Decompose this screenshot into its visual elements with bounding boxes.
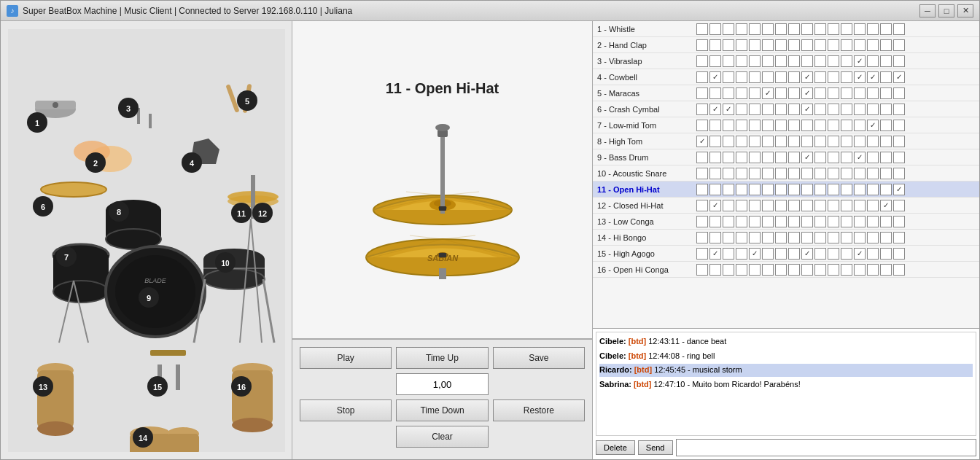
beat-cb-3-12[interactable]	[854, 55, 866, 67]
beat-cb-11-12[interactable]	[854, 184, 866, 195]
beat-cb-3-0[interactable]	[696, 55, 708, 67]
beat-cb-14-7[interactable]	[788, 232, 800, 243]
beat-cb-7-12[interactable]	[854, 120, 866, 131]
beat-cb-10-15[interactable]	[893, 168, 905, 179]
beat-cb-1-2[interactable]	[723, 23, 734, 35]
beat-cb-15-4[interactable]	[749, 248, 761, 260]
beat-cb-12-11[interactable]	[841, 200, 852, 211]
beat-cb-8-0[interactable]	[696, 136, 708, 147]
beat-cb-5-12[interactable]	[854, 87, 866, 99]
beat-cb-2-8[interactable]	[801, 39, 813, 51]
beat-cb-14-14[interactable]	[880, 232, 892, 243]
beat-cb-1-11[interactable]	[841, 23, 852, 35]
beat-cb-4-9[interactable]	[814, 71, 826, 83]
beat-cb-4-8[interactable]	[801, 71, 813, 83]
beat-cb-12-13[interactable]	[867, 200, 879, 211]
beat-cb-10-4[interactable]	[749, 168, 761, 179]
beat-cb-8-2[interactable]	[723, 136, 734, 147]
beat-cb-10-7[interactable]	[788, 168, 800, 179]
instrument-row-8[interactable]: 8 - High Tom	[593, 133, 979, 149]
beat-cb-13-12[interactable]	[854, 216, 866, 227]
beat-cb-10-11[interactable]	[841, 168, 852, 179]
beat-cb-16-15[interactable]	[893, 264, 905, 276]
beat-cb-1-12[interactable]	[854, 23, 866, 35]
beat-cb-5-4[interactable]	[749, 87, 761, 99]
beat-cb-12-4[interactable]	[749, 200, 761, 211]
beat-cb-4-4[interactable]	[749, 71, 761, 83]
beat-cb-14-8[interactable]	[801, 232, 813, 243]
beat-cb-5-1[interactable]	[709, 87, 721, 99]
beat-cb-10-1[interactable]	[709, 168, 721, 179]
beat-cb-16-1[interactable]	[709, 264, 721, 276]
beat-cb-14-10[interactable]	[828, 232, 839, 243]
beat-cb-10-5[interactable]	[762, 168, 774, 179]
beat-cb-10-6[interactable]	[775, 168, 787, 179]
beat-cb-1-15[interactable]	[893, 23, 905, 35]
beat-cb-5-9[interactable]	[814, 87, 826, 99]
beat-cb-4-3[interactable]	[736, 71, 747, 83]
beat-cb-8-3[interactable]	[736, 136, 747, 147]
beat-cb-14-3[interactable]	[736, 232, 747, 243]
beat-cb-4-10[interactable]	[828, 71, 839, 83]
beat-cb-5-15[interactable]	[893, 87, 905, 99]
beat-cb-14-11[interactable]	[841, 232, 852, 243]
beat-cb-5-0[interactable]	[696, 87, 708, 99]
beat-cb-15-15[interactable]	[893, 248, 905, 260]
beat-cb-9-10[interactable]	[828, 152, 839, 163]
beat-cb-12-14[interactable]	[880, 200, 892, 211]
beat-cb-15-10[interactable]	[828, 248, 839, 260]
beat-cb-8-10[interactable]	[828, 136, 839, 147]
beat-cb-5-11[interactable]	[841, 87, 852, 99]
beat-cb-14-13[interactable]	[867, 232, 879, 243]
beat-cb-6-6[interactable]	[775, 104, 787, 115]
beat-cb-6-3[interactable]	[736, 104, 747, 115]
beat-cb-10-12[interactable]	[854, 168, 866, 179]
instrument-row-16[interactable]: 16 - Open Hi Conga	[593, 262, 979, 278]
beat-cb-11-5[interactable]	[762, 184, 774, 195]
beat-cb-5-10[interactable]	[828, 87, 839, 99]
beat-cb-2-15[interactable]	[893, 39, 905, 51]
beat-cb-3-13[interactable]	[867, 55, 879, 67]
beat-cb-3-9[interactable]	[814, 55, 826, 67]
beat-cb-11-4[interactable]	[749, 184, 761, 195]
beat-cb-15-12[interactable]	[854, 248, 866, 260]
beat-cb-13-8[interactable]	[801, 216, 813, 227]
beat-cb-10-0[interactable]	[696, 168, 708, 179]
beat-cb-14-15[interactable]	[893, 232, 905, 243]
beat-cb-9-4[interactable]	[749, 152, 761, 163]
beat-cb-2-3[interactable]	[736, 39, 747, 51]
instrument-row-2[interactable]: 2 - Hand Clap	[593, 37, 979, 53]
play-button[interactable]: Play	[300, 347, 392, 369]
beat-cb-1-6[interactable]	[775, 23, 787, 35]
beat-cb-15-5[interactable]	[762, 248, 774, 260]
beat-cb-15-6[interactable]	[775, 248, 787, 260]
beat-cb-7-4[interactable]	[749, 120, 761, 131]
beat-cb-16-5[interactable]	[762, 264, 774, 276]
beat-cb-11-6[interactable]	[775, 184, 787, 195]
beat-cb-3-7[interactable]	[788, 55, 800, 67]
instrument-row-11[interactable]: 11 - Open Hi-Hat	[593, 182, 979, 198]
beat-cb-5-3[interactable]	[736, 87, 747, 99]
beat-cb-4-14[interactable]	[880, 71, 892, 83]
instrument-row-9[interactable]: 9 - Bass Drum	[593, 149, 979, 165]
beat-cb-1-8[interactable]	[801, 23, 813, 35]
beat-cb-6-1[interactable]	[709, 104, 721, 115]
beat-cb-16-10[interactable]	[828, 264, 839, 276]
beat-cb-15-7[interactable]	[788, 248, 800, 260]
instrument-row-14[interactable]: 14 - Hi Bongo	[593, 230, 979, 246]
beat-cb-13-3[interactable]	[736, 216, 747, 227]
beat-cb-13-10[interactable]	[828, 216, 839, 227]
beat-cb-1-5[interactable]	[762, 23, 774, 35]
beat-cb-7-10[interactable]	[828, 120, 839, 131]
close-button[interactable]: ✕	[957, 4, 973, 17]
beat-cb-12-5[interactable]	[762, 200, 774, 211]
beat-cb-13-6[interactable]	[775, 216, 787, 227]
beat-cb-11-2[interactable]	[723, 184, 734, 195]
beat-cb-3-11[interactable]	[841, 55, 852, 67]
beat-cb-3-8[interactable]	[801, 55, 813, 67]
beat-cb-5-6[interactable]	[775, 87, 787, 99]
beat-cb-1-0[interactable]	[696, 23, 708, 35]
beat-cb-6-14[interactable]	[880, 104, 892, 115]
beat-cb-16-3[interactable]	[736, 264, 747, 276]
instrument-row-1[interactable]: 1 - Whistle	[593, 21, 979, 37]
